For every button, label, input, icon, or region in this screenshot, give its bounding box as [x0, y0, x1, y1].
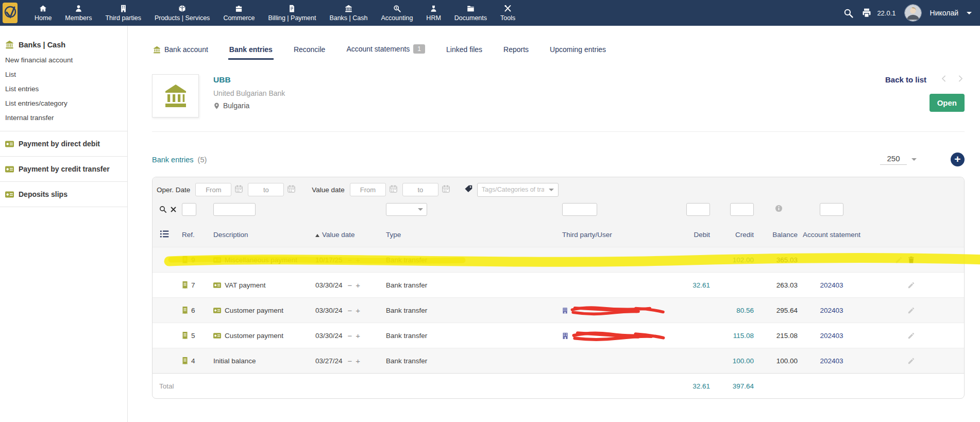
calendar-icon[interactable]	[285, 185, 300, 194]
sidebar-item-new-financial-account[interactable]: New financial account	[0, 53, 127, 67]
date-minus-button[interactable]: −	[348, 331, 352, 340]
date-minus-button[interactable]: −	[348, 281, 352, 290]
sidebar-item-internal-transfer[interactable]: Internal transfer	[0, 111, 127, 125]
date-minus-button[interactable]: −	[348, 306, 352, 315]
edit-entry-icon[interactable]	[907, 281, 915, 289]
sidebar-title-label: Banks | Cash	[19, 41, 65, 49]
bank-icon	[345, 5, 352, 12]
date-plus-button[interactable]: +	[356, 306, 360, 315]
nav-tools[interactable]: Tools	[494, 0, 522, 26]
sidebar-divider	[0, 156, 127, 157]
sidebar-item-list-entries-category[interactable]: List entries/category	[0, 96, 127, 111]
nav-banks-cash[interactable]: Banks | Cash	[323, 0, 374, 26]
page-size-select[interactable]: 250	[880, 154, 907, 165]
entry-ref-link[interactable]: 7	[191, 281, 195, 289]
app-logo[interactable]	[2, 2, 20, 24]
entry-ref-link[interactable]: 9	[191, 256, 195, 264]
date-plus-button[interactable]: +	[356, 281, 360, 290]
prev-record-icon[interactable]	[940, 74, 949, 85]
nav-billing-payment[interactable]: Billing | Payment	[262, 0, 323, 26]
oper-date-to-input[interactable]	[248, 183, 284, 196]
edit-entry-icon[interactable]	[907, 332, 915, 340]
tab-label: Upcoming entries	[550, 45, 606, 54]
sidebar-item-payment-direct-debit[interactable]: Payment by direct debit	[0, 137, 127, 150]
value-date-to-input[interactable]	[402, 183, 438, 196]
column-header-third-party[interactable]: Third party/User	[559, 231, 667, 239]
entry-ref-link[interactable]: 6	[191, 307, 195, 314]
tab-bank-entries[interactable]: Bank entries	[228, 42, 274, 60]
sidebar-title[interactable]: Banks | Cash	[0, 37, 127, 53]
statement-link[interactable]: 202403	[820, 332, 843, 340]
search-type-select[interactable]	[386, 203, 427, 216]
nav-home[interactable]: Home	[28, 0, 58, 26]
clear-search-icon[interactable]	[171, 207, 176, 212]
tab-upcoming-entries[interactable]: Upcoming entries	[549, 42, 607, 60]
sidebar-item-payment-credit-transfer[interactable]: Payment by credit transfer	[0, 162, 127, 176]
edit-entry-icon[interactable]	[907, 357, 915, 365]
tab-linked-files[interactable]: Linked files	[445, 42, 483, 60]
sidebar-item-deposits-slips[interactable]: Deposits slips	[0, 188, 127, 201]
edit-entry-icon[interactable]	[907, 307, 915, 314]
search-icon[interactable]	[843, 8, 853, 18]
nav-accounting[interactable]: Accounting	[375, 0, 420, 26]
page-size-caret-icon[interactable]	[911, 158, 917, 161]
tags-categories-select[interactable]: Tags/Categories of transacti...	[477, 183, 559, 197]
entry-ref-link[interactable]: 5	[191, 332, 195, 340]
calendar-icon[interactable]	[233, 185, 248, 194]
search-description-input[interactable]	[213, 203, 256, 216]
tab-reports[interactable]: Reports	[502, 42, 530, 60]
nav-commerce[interactable]: Commerce	[216, 0, 261, 26]
nav-hrm[interactable]: HRM	[419, 0, 447, 26]
statement-link[interactable]: 202403	[820, 307, 843, 314]
column-header-debit[interactable]: Debit	[667, 231, 713, 239]
date-minus-button[interactable]: −	[348, 357, 352, 365]
sidebar-item-list-entries[interactable]: List entries	[0, 82, 127, 96]
user-name[interactable]: Николай	[930, 9, 958, 17]
run-search-icon[interactable]	[159, 206, 167, 213]
statement-link[interactable]: 202403	[820, 281, 843, 289]
receipt-icon	[182, 307, 188, 314]
column-header-description[interactable]: Description	[206, 231, 311, 239]
delete-entry-icon[interactable]	[907, 256, 915, 264]
nav-products-services[interactable]: Products | Services	[148, 0, 216, 26]
tab-reconcile[interactable]: Reconcile	[293, 42, 326, 60]
oper-date-from-input[interactable]	[195, 183, 231, 196]
column-header-balance[interactable]: Balance	[757, 231, 801, 239]
user-avatar[interactable]	[904, 4, 922, 22]
date-plus-button[interactable]: +	[356, 256, 360, 264]
column-header-ref[interactable]: Ref.	[176, 231, 206, 239]
column-header-type[interactable]: Type	[381, 231, 559, 239]
add-entry-button[interactable]: +	[951, 153, 965, 166]
entry-ref-link[interactable]: 4	[191, 357, 195, 365]
nav-members[interactable]: Members	[58, 0, 98, 26]
date-plus-button[interactable]: +	[356, 331, 360, 340]
search-ref-input[interactable]	[182, 203, 196, 216]
entry-type: Bank transfer	[386, 281, 427, 289]
sidebar-item-list[interactable]: List	[0, 67, 127, 82]
tab-account-statements[interactable]: Account statements 1	[345, 41, 426, 60]
status-open-button[interactable]: Open	[930, 94, 965, 112]
edit-entry-icon[interactable]	[895, 256, 903, 264]
user-menu-caret-icon[interactable]	[967, 12, 972, 14]
field-selector-icon[interactable]	[160, 230, 169, 240]
back-to-list-link[interactable]: Back to list	[885, 75, 926, 84]
next-record-icon[interactable]	[956, 74, 965, 85]
value-date-from-input[interactable]	[350, 183, 386, 196]
search-third-party-input[interactable]	[562, 203, 597, 216]
column-header-credit[interactable]: Credit	[713, 231, 757, 239]
date-plus-button[interactable]: +	[356, 357, 360, 365]
search-statement-input[interactable]	[820, 203, 843, 216]
calendar-icon[interactable]	[387, 185, 402, 194]
date-minus-button[interactable]: −	[348, 256, 352, 264]
column-header-statement[interactable]: Account statement	[801, 231, 863, 239]
nav-documents[interactable]: Documents	[448, 0, 494, 26]
column-header-value-date[interactable]: Value date	[311, 231, 381, 239]
tab-bank-account[interactable]: Bank account	[152, 42, 209, 60]
calendar-icon[interactable]	[440, 185, 455, 194]
print-icon[interactable]	[861, 8, 872, 18]
search-debit-input[interactable]	[686, 203, 710, 216]
search-credit-input[interactable]	[730, 203, 754, 216]
total-label: Total	[153, 382, 667, 390]
nav-third-parties[interactable]: Third parties	[98, 0, 147, 26]
statement-link[interactable]: 202403	[820, 357, 843, 365]
